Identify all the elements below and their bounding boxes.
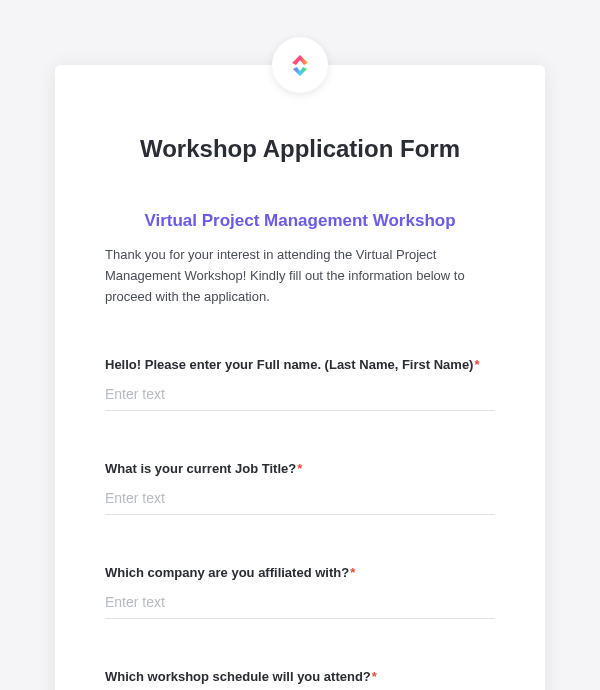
jobtitle-input[interactable] [105, 486, 495, 515]
schedule-label-text: Which workshop schedule will you attend? [105, 669, 371, 684]
field-jobtitle: What is your current Job Title?* [105, 461, 495, 515]
fullname-input[interactable] [105, 382, 495, 411]
required-mark: * [297, 461, 302, 476]
field-company: Which company are you affiliated with?* [105, 565, 495, 619]
fullname-label: Hello! Please enter your Full name. (Las… [105, 357, 495, 372]
logo-badge [272, 37, 328, 93]
field-schedule: Which workshop schedule will you attend?… [105, 669, 495, 690]
field-fullname: Hello! Please enter your Full name. (Las… [105, 357, 495, 411]
required-mark: * [372, 669, 377, 684]
required-mark: * [474, 357, 479, 372]
fullname-label-text: Hello! Please enter your Full name. (Las… [105, 357, 473, 372]
required-mark: * [350, 565, 355, 580]
company-label-text: Which company are you affiliated with? [105, 565, 349, 580]
jobtitle-label: What is your current Job Title?* [105, 461, 495, 476]
company-label: Which company are you affiliated with?* [105, 565, 495, 580]
company-input[interactable] [105, 590, 495, 619]
clickup-logo-icon [286, 51, 314, 79]
schedule-label: Which workshop schedule will you attend?… [105, 669, 495, 684]
intro-text: Thank you for your interest in attending… [105, 245, 495, 307]
jobtitle-label-text: What is your current Job Title? [105, 461, 296, 476]
subtitle: Virtual Project Management Workshop [105, 211, 495, 231]
form-card: Workshop Application Form Virtual Projec… [55, 65, 545, 690]
page-title: Workshop Application Form [105, 135, 495, 163]
